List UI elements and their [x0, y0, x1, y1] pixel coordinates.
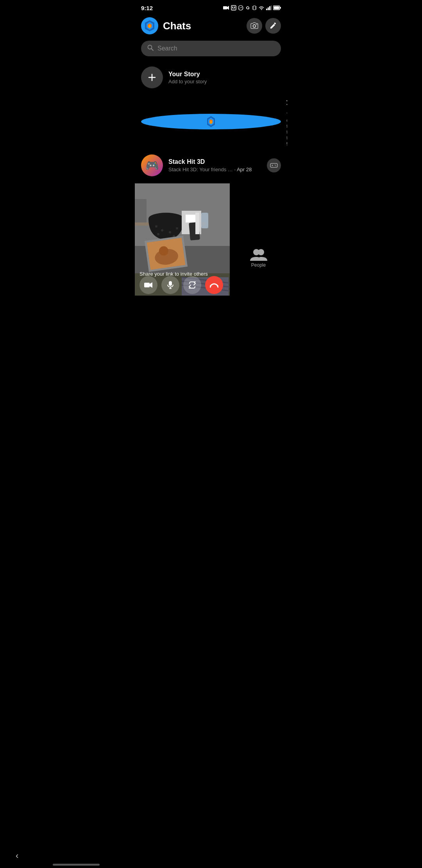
svg-rect-4 [234, 7, 235, 8]
signal-icon [266, 5, 272, 10]
svg-rect-3 [232, 7, 233, 8]
svg-rect-15 [266, 9, 267, 10]
status-time: 9:12 [141, 5, 153, 11]
game-badge [267, 158, 281, 172]
camera-button[interactable] [247, 18, 262, 34]
svg-line-29 [152, 49, 154, 51]
search-bar[interactable]: Search [141, 41, 281, 56]
svg-rect-37 [270, 163, 277, 167]
header: Chats [135, 14, 287, 39]
status-icons [223, 5, 281, 11]
svg-rect-17 [269, 6, 270, 10]
story-text: Your Story Add to your story [168, 71, 207, 84]
status-bar: 9:12 [135, 0, 287, 14]
svg-rect-16 [268, 7, 269, 10]
svg-rect-69 [169, 281, 172, 286]
svg-point-47 [161, 229, 163, 231]
video-call-container: Share your link to invite others [135, 183, 230, 296]
story-item[interactable]: Your Story Add to your story [135, 63, 287, 92]
people-nav[interactable]: People [230, 227, 287, 288]
chat-avatar-just-you [141, 114, 281, 129]
search-icon [147, 45, 154, 52]
svg-rect-21 [280, 7, 281, 9]
battery-icon [273, 5, 281, 10]
header-actions [247, 18, 281, 34]
chat-avatar-stack-hit-3d: 🎮 [141, 154, 163, 176]
chat-name-stack-hit-3d: Stack Hit 3D [168, 158, 261, 165]
svg-rect-8 [253, 6, 256, 10]
svg-point-27 [256, 24, 257, 25]
svg-point-46 [155, 225, 157, 228]
chat-meta-stack-hit-3d [267, 158, 281, 172]
svg-point-48 [169, 231, 171, 233]
svg-rect-56 [135, 199, 147, 222]
end-call-button[interactable] [205, 276, 223, 294]
svg-rect-57 [201, 213, 208, 228]
svg-rect-18 [271, 5, 272, 10]
svg-rect-5 [232, 9, 235, 9]
story-title: Your Story [168, 71, 207, 78]
svg-point-75 [258, 249, 264, 255]
chat-info-stack-hit-3d: Stack Hit 3D Stack Hit 3D: Your friends … [168, 158, 261, 172]
messenger-icon [238, 5, 243, 11]
svg-rect-67 [144, 283, 150, 287]
at-icon [245, 5, 250, 11]
user-avatar[interactable] [141, 17, 158, 34]
search-container: Search [135, 39, 287, 63]
chat-item-just-you[interactable]: Just You You changed the chat theme to… … [135, 92, 287, 151]
svg-point-26 [253, 25, 256, 27]
chat-preview-just-you: You changed the chat theme to… · 9:08 AM [286, 111, 287, 147]
people-icon [250, 247, 267, 262]
svg-rect-2 [231, 5, 236, 10]
svg-rect-20 [274, 7, 279, 9]
svg-rect-0 [223, 6, 227, 9]
story-add-button[interactable] [141, 66, 163, 88]
video-toggle-button[interactable] [139, 276, 157, 294]
call-controls [139, 276, 223, 294]
chat-preview-stack-hit-3d: Stack Hit 3D: Your friends … · Apr 28 [168, 167, 261, 172]
wifi-icon [258, 5, 265, 10]
sim-icon [231, 5, 236, 11]
svg-marker-68 [150, 282, 152, 288]
svg-point-40 [275, 165, 275, 165]
video-call-section: Share your link to invite others [135, 180, 287, 296]
search-placeholder: Search [157, 45, 177, 52]
chat-name-just-you: Just You [286, 96, 287, 110]
story-subtitle: Add to your story [168, 79, 207, 84]
mic-button[interactable] [161, 276, 179, 294]
chat-item-stack-hit-3d[interactable]: 🎮 Stack Hit 3D Stack Hit 3D: Your friend… [135, 151, 287, 180]
svg-point-49 [176, 227, 178, 230]
svg-rect-55 [195, 213, 199, 234]
chat-info-just-you: Just You You changed the chat theme to… … [286, 96, 287, 147]
svg-point-50 [157, 233, 159, 235]
compose-button[interactable] [265, 18, 281, 34]
flip-camera-button[interactable] [183, 276, 201, 294]
people-label: People [251, 262, 266, 268]
video-status-icon [223, 5, 229, 10]
svg-point-41 [275, 165, 276, 166]
vibrate-icon [252, 5, 257, 11]
page-title: Chats [163, 20, 242, 32]
svg-marker-1 [227, 6, 229, 10]
